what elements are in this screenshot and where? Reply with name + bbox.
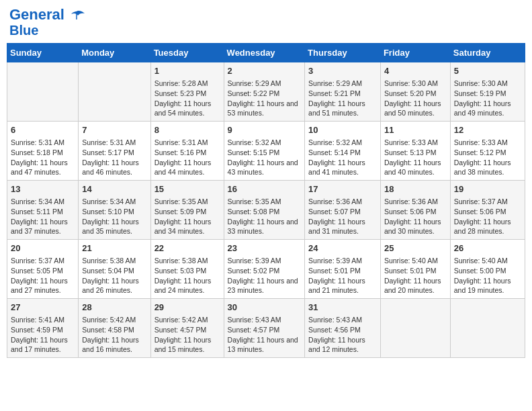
header-monday: Monday [79, 44, 150, 62]
logo-bird-icon [70, 10, 85, 21]
calendar-week-row: 20Sunrise: 5:37 AMSunset: 5:05 PMDayligh… [7, 240, 525, 299]
day-number: 4 [384, 65, 447, 77]
calendar-cell: 3Sunrise: 5:29 AMSunset: 5:21 PMDaylight… [305, 62, 381, 122]
day-number: 25 [384, 242, 447, 255]
calendar-cell [79, 62, 150, 122]
day-number: 16 [228, 183, 302, 195]
day-content: Sunrise: 5:29 AMSunset: 5:21 PMDaylight:… [308, 79, 377, 118]
calendar-cell: 19Sunrise: 5:37 AMSunset: 5:06 PMDayligh… [450, 181, 525, 240]
day-number: 31 [308, 302, 377, 314]
day-content: Sunrise: 5:29 AMSunset: 5:22 PMDaylight:… [228, 79, 302, 118]
calendar-cell: 9Sunrise: 5:32 AMSunset: 5:15 PMDaylight… [224, 122, 305, 181]
day-content: Sunrise: 5:43 AMSunset: 4:57 PMDaylight:… [228, 315, 302, 355]
calendar-cell: 26Sunrise: 5:40 AMSunset: 5:00 PMDayligh… [450, 240, 525, 299]
day-number: 8 [154, 124, 220, 136]
day-content: Sunrise: 5:34 AMSunset: 5:10 PMDaylight:… [82, 197, 146, 236]
day-content: Sunrise: 5:32 AMSunset: 5:15 PMDaylight:… [228, 138, 302, 177]
day-number: 6 [11, 124, 75, 136]
calendar-cell: 4Sunrise: 5:30 AMSunset: 5:20 PMDaylight… [380, 62, 450, 122]
calendar-cell: 12Sunrise: 5:33 AMSunset: 5:12 PMDayligh… [450, 122, 525, 181]
calendar-cell [450, 298, 525, 357]
day-content: Sunrise: 5:40 AMSunset: 5:00 PMDaylight:… [454, 256, 521, 295]
calendar-cell: 21Sunrise: 5:38 AMSunset: 5:04 PMDayligh… [79, 240, 150, 299]
calendar-cell: 23Sunrise: 5:39 AMSunset: 5:02 PMDayligh… [224, 240, 305, 299]
day-content: Sunrise: 5:40 AMSunset: 5:01 PMDaylight:… [384, 256, 447, 295]
day-content: Sunrise: 5:31 AMSunset: 5:16 PMDaylight:… [154, 138, 220, 177]
day-content: Sunrise: 5:34 AMSunset: 5:11 PMDaylight:… [11, 197, 75, 236]
header-saturday: Saturday [450, 44, 525, 62]
day-content: Sunrise: 5:38 AMSunset: 5:03 PMDaylight:… [154, 256, 220, 295]
calendar-cell [380, 298, 450, 357]
day-content: Sunrise: 5:30 AMSunset: 5:19 PMDaylight:… [454, 79, 521, 118]
day-content: Sunrise: 5:36 AMSunset: 5:06 PMDaylight:… [384, 197, 447, 236]
day-number: 23 [228, 242, 302, 255]
day-content: Sunrise: 5:42 AMSunset: 4:57 PMDaylight:… [154, 315, 220, 355]
calendar-cell [7, 62, 79, 122]
day-number: 15 [154, 183, 220, 195]
day-number: 29 [154, 302, 220, 314]
calendar-cell: 5Sunrise: 5:30 AMSunset: 5:19 PMDaylight… [450, 62, 525, 122]
calendar-cell: 16Sunrise: 5:35 AMSunset: 5:08 PMDayligh… [224, 181, 305, 240]
calendar-cell: 15Sunrise: 5:35 AMSunset: 5:09 PMDayligh… [150, 181, 224, 240]
day-content: Sunrise: 5:31 AMSunset: 5:17 PMDaylight:… [82, 138, 146, 177]
day-number: 24 [308, 242, 377, 255]
day-number: 26 [454, 242, 521, 255]
calendar-cell: 31Sunrise: 5:43 AMSunset: 4:56 PMDayligh… [305, 298, 381, 357]
header-sunday: Sunday [7, 44, 79, 62]
day-number: 19 [454, 183, 521, 195]
calendar-cell: 11Sunrise: 5:33 AMSunset: 5:13 PMDayligh… [380, 122, 450, 181]
day-number: 20 [11, 242, 75, 255]
calendar-week-row: 13Sunrise: 5:34 AMSunset: 5:11 PMDayligh… [7, 181, 525, 240]
calendar-cell: 8Sunrise: 5:31 AMSunset: 5:16 PMDaylight… [150, 122, 224, 181]
calendar-cell: 30Sunrise: 5:43 AMSunset: 4:57 PMDayligh… [224, 298, 305, 357]
day-content: Sunrise: 5:41 AMSunset: 4:59 PMDaylight:… [11, 315, 75, 355]
calendar-cell: 20Sunrise: 5:37 AMSunset: 5:05 PMDayligh… [7, 240, 79, 299]
calendar-table: SundayMondayTuesdayWednesdayThursdayFrid… [7, 43, 525, 358]
day-content: Sunrise: 5:30 AMSunset: 5:20 PMDaylight:… [384, 79, 447, 118]
day-content: Sunrise: 5:39 AMSunset: 5:01 PMDaylight:… [308, 256, 377, 295]
day-number: 30 [228, 302, 302, 314]
calendar-cell: 17Sunrise: 5:36 AMSunset: 5:07 PMDayligh… [305, 181, 381, 240]
day-content: Sunrise: 5:33 AMSunset: 5:12 PMDaylight:… [454, 138, 521, 177]
day-number: 7 [82, 124, 146, 136]
calendar-cell: 13Sunrise: 5:34 AMSunset: 5:11 PMDayligh… [7, 181, 79, 240]
day-content: Sunrise: 5:28 AMSunset: 5:23 PMDaylight:… [154, 79, 220, 118]
calendar-cell: 7Sunrise: 5:31 AMSunset: 5:17 PMDaylight… [79, 122, 150, 181]
calendar-cell: 14Sunrise: 5:34 AMSunset: 5:10 PMDayligh… [79, 181, 150, 240]
day-content: Sunrise: 5:36 AMSunset: 5:07 PMDaylight:… [308, 197, 377, 236]
calendar-week-row: 1Sunrise: 5:28 AMSunset: 5:23 PMDaylight… [7, 62, 525, 122]
calendar-cell: 29Sunrise: 5:42 AMSunset: 4:57 PMDayligh… [150, 298, 224, 357]
logo-blue: Blue [9, 23, 38, 38]
day-number: 10 [308, 124, 377, 136]
day-number: 3 [308, 65, 377, 77]
header-wednesday: Wednesday [224, 44, 305, 62]
calendar-header-row: SundayMondayTuesdayWednesdayThursdayFrid… [7, 44, 525, 62]
day-content: Sunrise: 5:42 AMSunset: 4:58 PMDaylight:… [82, 315, 146, 355]
day-content: Sunrise: 5:35 AMSunset: 5:09 PMDaylight:… [154, 197, 220, 236]
calendar-week-row: 27Sunrise: 5:41 AMSunset: 4:59 PMDayligh… [7, 298, 525, 357]
calendar-cell: 1Sunrise: 5:28 AMSunset: 5:23 PMDaylight… [150, 62, 224, 122]
page-header: General Blue [7, 7, 525, 38]
day-number: 2 [228, 65, 302, 77]
day-number: 18 [384, 183, 447, 195]
calendar-cell: 10Sunrise: 5:32 AMSunset: 5:14 PMDayligh… [305, 122, 381, 181]
calendar-week-row: 6Sunrise: 5:31 AMSunset: 5:18 PMDaylight… [7, 122, 525, 181]
day-content: Sunrise: 5:37 AMSunset: 5:05 PMDaylight:… [11, 256, 75, 295]
logo: General Blue [9, 7, 85, 38]
calendar-cell: 24Sunrise: 5:39 AMSunset: 5:01 PMDayligh… [305, 240, 381, 299]
calendar-cell: 28Sunrise: 5:42 AMSunset: 4:58 PMDayligh… [79, 298, 150, 357]
day-number: 22 [154, 242, 220, 255]
day-number: 28 [82, 302, 146, 314]
day-number: 13 [11, 183, 75, 195]
day-number: 14 [82, 183, 146, 195]
day-content: Sunrise: 5:35 AMSunset: 5:08 PMDaylight:… [228, 197, 302, 236]
calendar-cell: 25Sunrise: 5:40 AMSunset: 5:01 PMDayligh… [380, 240, 450, 299]
day-number: 27 [11, 302, 75, 314]
header-tuesday: Tuesday [150, 44, 224, 62]
header-thursday: Thursday [305, 44, 381, 62]
day-content: Sunrise: 5:33 AMSunset: 5:13 PMDaylight:… [384, 138, 447, 177]
calendar-cell: 27Sunrise: 5:41 AMSunset: 4:59 PMDayligh… [7, 298, 79, 357]
day-content: Sunrise: 5:32 AMSunset: 5:14 PMDaylight:… [308, 138, 377, 177]
day-content: Sunrise: 5:38 AMSunset: 5:04 PMDaylight:… [82, 256, 146, 295]
logo-general: General [9, 6, 64, 23]
